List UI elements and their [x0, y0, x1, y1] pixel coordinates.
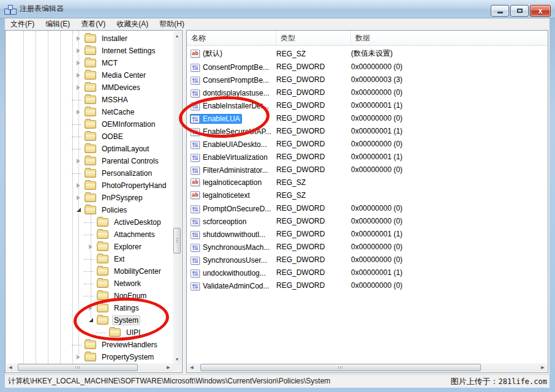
tree-item-mssha[interactable]: MSSHA: [6, 94, 173, 106]
tree-item-system[interactable]: System: [6, 314, 173, 326]
registry-value-row[interactable]: 011110SynchronousUser...REG_DWORD0x00000…: [187, 253, 548, 266]
tree-connector: [75, 143, 83, 155]
tree-item-photopropertyhand[interactable]: PhotoPropertyHand: [6, 179, 173, 192]
registry-value-row[interactable]: ablegalnoticecaptionREG_SZ: [187, 176, 548, 189]
tree-vertical-scrollbar[interactable]: ▲ ▼: [173, 31, 181, 363]
expand-icon[interactable]: [75, 69, 83, 81]
scroll-left-icon[interactable]: ◀: [187, 363, 196, 372]
value-data: 0x00000000 (0): [351, 114, 548, 123]
tree-item-uipi[interactable]: UIPI: [6, 326, 173, 339]
tree-item-policies[interactable]: Policies: [6, 204, 173, 216]
tree-item-oobe[interactable]: OOBE: [6, 130, 173, 143]
registry-value-row[interactable]: 011110ConsentPromptBe...REG_DWORD0x00000…: [187, 73, 548, 86]
registry-value-row[interactable]: 011110EnableSecureUIAP...REG_DWORD0x0000…: [187, 124, 548, 137]
value-data: 0x00000003 (3): [351, 75, 548, 84]
registry-value-row[interactable]: 011110ValidateAdminCod...REG_DWORD0x0000…: [187, 279, 548, 292]
scroll-left-icon[interactable]: ◀: [6, 363, 15, 372]
expand-icon[interactable]: [75, 179, 83, 192]
expand-icon[interactable]: [75, 81, 83, 94]
tree-item-propertysystem[interactable]: PropertySystem: [6, 351, 173, 363]
registry-value-row[interactable]: 011110EnableVirtualizationREG_DWORD0x000…: [187, 150, 548, 163]
menu-help[interactable]: 帮助(H): [154, 18, 190, 30]
expand-icon[interactable]: [75, 106, 83, 118]
tree-item-internet-settings[interactable]: Internet Settings: [6, 45, 173, 57]
tree-item-label: Installer: [100, 34, 129, 43]
list-horizontal-scrollbar[interactable]: ◀ ▶: [187, 363, 547, 372]
value-data: 0x00000000 (0): [351, 217, 548, 225]
expand-icon[interactable]: [87, 241, 96, 253]
tree-item-previewhandlers[interactable]: PreviewHandlers: [6, 339, 173, 351]
close-button[interactable]: x: [530, 5, 551, 17]
registry-value-row[interactable]: 011110scforceoptionREG_DWORD0x00000000 (…: [187, 214, 548, 227]
collapse-icon[interactable]: [87, 314, 96, 326]
registry-value-row[interactable]: 011110ConsentPromptBe...REG_DWORD0x00000…: [187, 60, 548, 73]
tree-item-pnpsysprep[interactable]: PnPSysprep: [6, 192, 173, 204]
column-header-name[interactable]: 名称: [187, 31, 276, 45]
registry-value-row[interactable]: 011110FilterAdministrator...REG_DWORD0x0…: [187, 163, 548, 176]
registry-value-row[interactable]: 011110undockwithoutlog...REG_DWORD0x0000…: [187, 266, 548, 279]
registry-value-row[interactable]: ablegalnoticetextREG_SZ: [187, 189, 548, 202]
expand-icon[interactable]: [75, 57, 83, 69]
tree-item-parental-controls[interactable]: Parental Controls: [6, 155, 173, 167]
expand-icon[interactable]: [87, 302, 96, 314]
value-type: REG_DWORD: [276, 165, 351, 174]
tree-item-mct[interactable]: MCT: [6, 57, 173, 69]
value-data: 0x00000001 (1): [351, 127, 548, 135]
tree-item-network[interactable]: Network: [6, 277, 173, 290]
registry-value-row[interactable]: 011110SynchronousMach...REG_DWORD0x00000…: [187, 240, 548, 253]
expand-icon[interactable]: [75, 351, 83, 363]
registry-value-row[interactable]: 011110EnableLUAREG_DWORD0x00000000 (0): [187, 111, 548, 124]
window-title: 注册表编辑器: [20, 4, 64, 14]
tree-item-mmdevices[interactable]: MMDevices: [6, 81, 173, 94]
tree-item-oeminformation[interactable]: OEMInformation: [6, 118, 173, 130]
tree-item-mobilitycenter[interactable]: MobilityCenter: [6, 265, 173, 277]
tree-item-nonenum[interactable]: NonEnum: [6, 290, 173, 302]
title-bar[interactable]: 注册表编辑器 x: [0, 0, 555, 18]
registry-value-row[interactable]: 011110dontdisplaylastuse...REG_DWORD0x00…: [187, 86, 548, 99]
scroll-right-icon[interactable]: ▶: [164, 363, 173, 372]
registry-value-row[interactable]: 011110shutdownwithoutl...REG_DWORD0x0000…: [187, 227, 548, 240]
tree-item-activedesktop[interactable]: ActiveDesktop: [6, 216, 173, 228]
column-header-type[interactable]: 类型: [276, 31, 351, 45]
list-hscroll-thumb[interactable]: [200, 364, 481, 371]
tree-vscroll-thumb[interactable]: [173, 228, 181, 254]
folder-icon: [85, 206, 96, 214]
tree-item-ext[interactable]: Ext: [6, 253, 173, 265]
expand-icon[interactable]: [75, 32, 83, 45]
registry-value-row[interactable]: 011110EnableUIADeskto...REG_DWORD0x00000…: [187, 137, 548, 150]
registry-value-row[interactable]: 011110EnableInstallerDet...REG_DWORD0x00…: [187, 99, 548, 111]
menu-favorites[interactable]: 收藏夹(A): [111, 18, 154, 30]
tree-item-label: PreviewHandlers: [100, 340, 159, 350]
menu-bar: 文件(F) 编辑(E) 查看(V) 收藏夹(A) 帮助(H): [5, 18, 549, 31]
tree-item-installer[interactable]: Installer: [6, 32, 173, 45]
collapse-icon[interactable]: [75, 204, 83, 216]
value-type: REG_DWORD: [276, 114, 351, 123]
menu-view[interactable]: 查看(V): [75, 18, 111, 30]
tree-item-personalization[interactable]: Personalization: [6, 167, 173, 179]
column-header-data[interactable]: 数据: [351, 31, 548, 45]
registry-value-row[interactable]: 011110PromptOnSecureD...REG_DWORD0x00000…: [187, 202, 548, 214]
folder-icon: [85, 194, 96, 202]
tree-item-netcache[interactable]: NetCache: [6, 106, 173, 118]
scroll-right-icon[interactable]: ▶: [538, 363, 547, 372]
tree-hscroll-thumb[interactable]: [18, 364, 138, 371]
scroll-down-icon[interactable]: ▼: [173, 355, 181, 363]
minimize-button[interactable]: [491, 5, 509, 17]
tree-item-label: UIPI: [124, 328, 142, 337]
maximize-button[interactable]: [510, 5, 529, 17]
folder-icon: [109, 328, 121, 337]
registry-value-row[interactable]: ab(默认)REG_SZ(数值未设置): [187, 47, 548, 60]
expand-icon[interactable]: [75, 45, 83, 57]
expand-icon[interactable]: [75, 192, 83, 204]
tree-item-explorer[interactable]: Explorer: [6, 241, 173, 253]
scroll-up-icon[interactable]: ▲: [173, 31, 181, 40]
tree-item-optimallayout[interactable]: OptimalLayout: [6, 143, 173, 155]
tree-horizontal-scrollbar[interactable]: ◀ ▶: [6, 363, 173, 372]
tree-item-attachments[interactable]: Attachments: [6, 228, 173, 241]
menu-edit[interactable]: 编辑(E): [40, 18, 75, 30]
tree-item-ratings[interactable]: Ratings: [6, 302, 173, 314]
tree-item-media-center[interactable]: Media Center: [6, 69, 173, 81]
expand-icon[interactable]: [75, 155, 83, 167]
folder-icon: [97, 304, 108, 312]
menu-file[interactable]: 文件(F): [5, 18, 40, 30]
